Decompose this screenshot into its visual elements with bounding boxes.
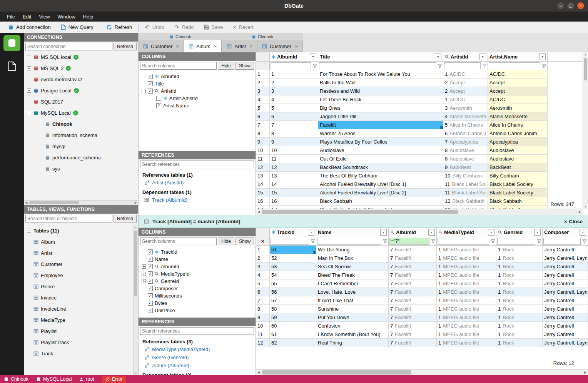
expand-icon[interactable]: +: [142, 264, 146, 269]
connection-item-performance-schema[interactable]: performance_schema: [24, 152, 138, 163]
cell-genreid[interactable]: 1Rock: [496, 313, 543, 322]
cell-artistid[interactable]: 4Alanis Morissette: [443, 112, 488, 121]
filter-input-albumid[interactable]: [271, 62, 311, 69]
cell-name[interactable]: Real Thing: [316, 339, 389, 347]
cell-albumid[interactable]: 7Facelift: [389, 263, 437, 271]
menu-item-window[interactable]: Window: [53, 13, 79, 21]
row-number[interactable]: 11: [256, 330, 270, 339]
table-item-playlisttrack[interactable]: PlaylistTrack: [24, 337, 138, 348]
cell-albumid[interactable]: 7Facelift: [389, 296, 437, 305]
track-grid-hscrollbar[interactable]: ◀ ▶: [256, 369, 588, 375]
connection-item-evrdb-metrostav-cz[interactable]: evrdb.metrostav.cz: [24, 74, 138, 85]
connection-item-mysql-local[interactable]: −MySQL Local✓: [24, 107, 138, 119]
connection-item-chinook[interactable]: Chinook: [24, 119, 138, 130]
tab-close-icon[interactable]: ×: [214, 43, 217, 49]
filter-input-genreid[interactable]: [497, 238, 535, 245]
scroll-right-icon[interactable]: ▶: [134, 201, 138, 204]
filter-input-artistid[interactable]: [444, 62, 481, 69]
funnel-icon[interactable]: [541, 64, 547, 68]
cell-artistid[interactable]: 5Alice In Chains: [443, 121, 488, 129]
cell-albumid[interactable]: 11: [270, 155, 318, 163]
row-number[interactable]: 2: [256, 79, 270, 87]
cell-name[interactable]: Confusion: [316, 322, 389, 330]
cell-name[interactable]: I Know Somethin (Bout You): [316, 330, 389, 339]
row-number[interactable]: 12: [256, 163, 270, 172]
scroll-left-icon[interactable]: ◀: [256, 371, 261, 374]
cell-albumid[interactable]: 7Facelift: [389, 322, 437, 330]
cell-composer[interactable]: Jerry Cantrell, Layne Staley: [543, 288, 588, 296]
column-header-trackid[interactable]: TrackId▼: [270, 228, 316, 237]
cell-artist-name[interactable]: AC/DC: [488, 70, 548, 79]
cell-name[interactable]: Man In The Box: [316, 254, 389, 263]
cell-artistid[interactable]: 10Billy Cobham: [443, 172, 488, 180]
row-number[interactable]: 9: [256, 138, 270, 146]
row-number[interactable]: 15: [256, 189, 270, 197]
column-dropdown-icon[interactable]: ▼: [380, 229, 387, 236]
status-mysql-local[interactable]: MySQL Local: [36, 375, 72, 383]
funnel-icon[interactable]: [437, 64, 443, 68]
scroll-left-icon[interactable]: ◀: [256, 210, 261, 214]
connection-item-sys[interactable]: sys: [24, 163, 138, 174]
toolbar-undo-button[interactable]: ↶Undo: [140, 22, 169, 33]
cell-composer[interactable]: Jerry Cantrell: [543, 330, 588, 339]
row-number[interactable]: 11: [256, 155, 270, 163]
show-button[interactable]: Show: [236, 62, 254, 70]
table-item-playlist[interactable]: Playlist: [24, 326, 138, 337]
cell-artistid[interactable]: 8Audioslave: [443, 146, 488, 155]
cell-genreid[interactable]: 1Rock: [496, 263, 543, 271]
cell-name[interactable]: Love, Hate, Love: [316, 288, 389, 296]
tables-vscrollbar[interactable]: ▲ ▼: [133, 225, 138, 375]
cell-name[interactable]: It Ain't Like That: [316, 296, 389, 305]
filter-input-composer[interactable]: [543, 238, 581, 245]
status-chinook[interactable]: Chinook: [4, 375, 28, 383]
checkbox[interactable]: ✓: [148, 264, 153, 269]
column-dropdown-icon[interactable]: ▼: [479, 54, 486, 60]
collapse-icon[interactable]: −: [27, 111, 31, 115]
reference-link-artist-artistid[interactable]: Artist (ArtistId): [139, 179, 256, 187]
row-number[interactable]: 8: [256, 305, 270, 313]
hide-button[interactable]: Hide: [218, 62, 234, 70]
show-button[interactable]: Show: [236, 237, 254, 245]
funnel-icon[interactable]: [490, 239, 496, 243]
cell-title[interactable]: Restless and Wild: [318, 87, 443, 95]
cell-trackid[interactable]: 59: [270, 313, 316, 322]
row-number[interactable]: 5: [256, 104, 270, 112]
checkbox[interactable]: ✓: [156, 103, 161, 108]
cell-artist-name[interactable]: Billy Cobham: [488, 172, 548, 180]
connection-item-ms-sql-local[interactable]: +MS SQL local✓: [24, 52, 138, 63]
cell-name[interactable]: Put You Down: [316, 313, 389, 322]
column-header-albumid[interactable]: AlbumId▼: [389, 228, 437, 237]
tab-album[interactable]: Album×: [184, 40, 222, 52]
cell-albumid[interactable]: 2: [270, 79, 318, 87]
row-number[interactable]: 1: [256, 70, 270, 79]
expand-icon[interactable]: +: [27, 55, 31, 59]
connection-item-ms-sql-2[interactable]: +MS SQL 2✓: [24, 63, 138, 74]
reference-link-album-albumid[interactable]: Album (AlbumId): [139, 361, 256, 370]
table-item-invoice[interactable]: Invoice: [24, 292, 138, 303]
cell-albumid[interactable]: 1: [270, 70, 318, 79]
cell-trackid[interactable]: 55: [270, 279, 316, 288]
columns-search-input[interactable]: [140, 237, 217, 245]
cell-artistid[interactable]: 2Accept: [443, 79, 488, 87]
cell-mediatypeid[interactable]: 1MPEG audio file: [437, 288, 496, 296]
cell-title[interactable]: For Those About To Rock We Salute You: [318, 70, 443, 79]
column-item-bytes[interactable]: ✓Bytes: [139, 299, 256, 307]
cell-artistid[interactable]: 2Accept: [443, 87, 488, 95]
column-item-artist-artistid[interactable]: Artist.ArtistId: [139, 95, 256, 102]
reference-link-mediatype-mediatypeid[interactable]: MediaType (MediaTypeId): [139, 345, 256, 353]
checkbox[interactable]: ✓: [148, 74, 153, 79]
row-number[interactable]: 3: [256, 263, 270, 271]
tab-close-icon[interactable]: ×: [295, 43, 298, 49]
cell-albumid[interactable]: 7Facelift: [389, 305, 437, 313]
cell-mediatypeid[interactable]: 1MPEG audio file: [437, 271, 496, 279]
cell-mediatypeid[interactable]: 1MPEG audio file: [437, 263, 496, 271]
cell-composer[interactable]: Jerry Cantrell: [543, 305, 588, 313]
cell-mediatypeid[interactable]: 1MPEG audio file: [437, 296, 496, 305]
checkbox[interactable]: [156, 96, 161, 101]
menu-item-view[interactable]: View: [35, 13, 53, 21]
funnel-icon[interactable]: [310, 239, 316, 243]
column-header-genreid[interactable]: GenreId▼: [496, 228, 543, 237]
table-item-artist[interactable]: Artist: [24, 248, 138, 259]
cell-genreid[interactable]: 1Rock: [496, 246, 543, 254]
cell-composer[interactable]: Jerry Cantrell: [543, 296, 588, 305]
